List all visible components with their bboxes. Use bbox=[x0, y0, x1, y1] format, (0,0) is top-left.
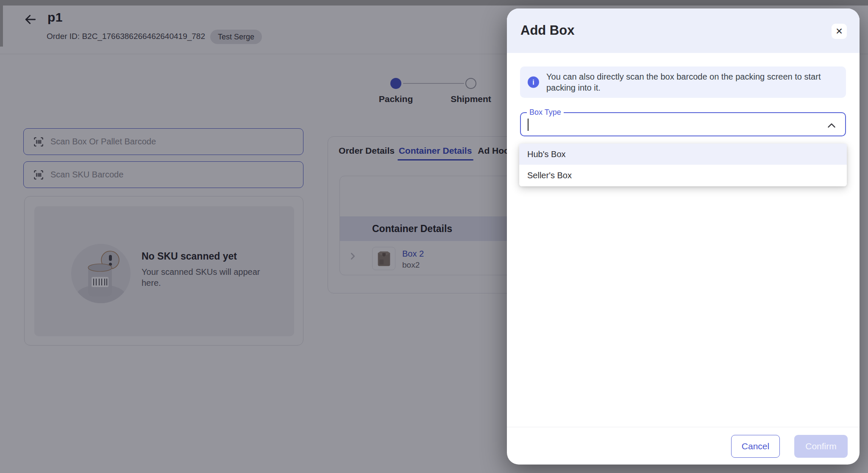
add-box-modal: Add Box ✕ i You can also directly scan t… bbox=[507, 8, 860, 465]
box-type-label: Box Type bbox=[527, 108, 564, 117]
option-hubs-box[interactable]: Hub's Box bbox=[519, 144, 847, 165]
box-type-combobox[interactable]: Box Type bbox=[520, 112, 846, 136]
modal-title: Add Box bbox=[520, 23, 574, 38]
close-button[interactable]: ✕ bbox=[832, 24, 847, 39]
info-banner: i You can also directly scan the box bar… bbox=[520, 66, 846, 98]
option-sellers-box[interactable]: Seller's Box bbox=[519, 165, 847, 186]
box-type-dropdown: Hub's Box Seller's Box bbox=[519, 144, 847, 186]
screen: p1 Order ID: B2C_1766386266462640419_782… bbox=[0, 0, 868, 473]
chevron-up-icon[interactable] bbox=[827, 122, 836, 127]
window-left-edge bbox=[0, 0, 3, 47]
close-icon: ✕ bbox=[835, 26, 843, 36]
info-icon: i bbox=[528, 77, 539, 88]
window-top-edge bbox=[0, 0, 868, 6]
info-banner-text: You can also directly scan the box barco… bbox=[546, 71, 839, 93]
modal-footer: Cancel Confirm bbox=[507, 427, 860, 465]
modal-header: Add Box ✕ bbox=[507, 8, 860, 53]
cancel-button[interactable]: Cancel bbox=[731, 435, 780, 458]
confirm-button[interactable]: Confirm bbox=[794, 435, 848, 458]
text-cursor bbox=[528, 119, 529, 131]
